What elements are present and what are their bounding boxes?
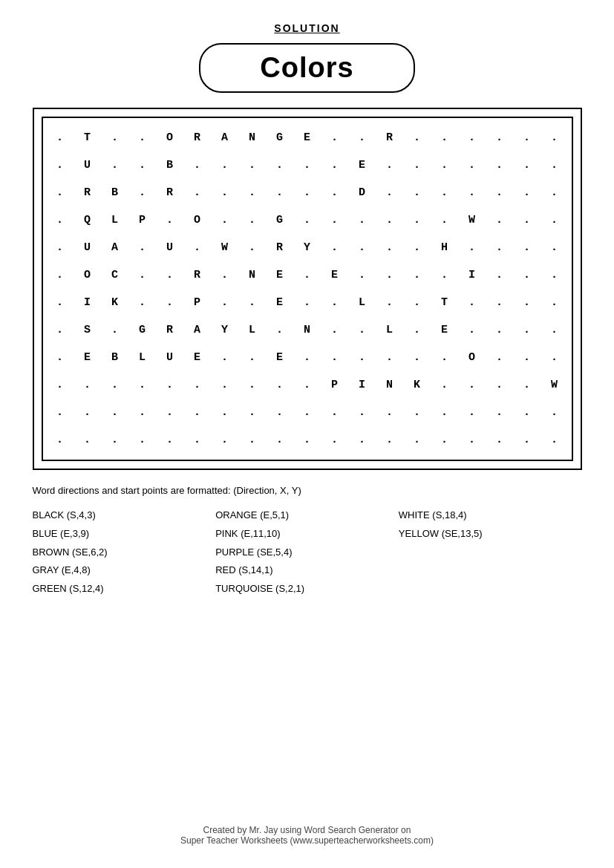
- grid-cell: .: [403, 426, 431, 454]
- grid-cell: .: [513, 124, 540, 151]
- grid-cell: Y: [293, 234, 321, 261]
- grid-cell: .: [321, 124, 348, 151]
- list-item: YELLOW (SE,13,5): [399, 526, 582, 542]
- grid-cell: .: [46, 371, 74, 399]
- list-item: ORANGE (E,5,1): [215, 508, 399, 523]
- grid-cell: .: [458, 399, 486, 426]
- word-column-3: WHITE (S,18,4)YELLOW (SE,13,5): [399, 508, 582, 597]
- grid-cell: .: [128, 289, 156, 316]
- grid-cell: .: [486, 344, 513, 371]
- grid-cell: .: [293, 179, 321, 206]
- grid-cell: .: [238, 289, 266, 316]
- grid-cell: L: [348, 289, 376, 316]
- footer-line2: Super Teacher Worksheets (www.superteach…: [180, 835, 434, 846]
- solution-header: SOLUTION: [274, 22, 339, 34]
- grid-cell: .: [156, 371, 183, 399]
- grid-cell: .: [376, 399, 403, 426]
- grid-cell: .: [46, 399, 74, 426]
- grid-cell: G: [128, 316, 156, 344]
- grid-cell: .: [540, 179, 568, 206]
- grid-cell: .: [486, 151, 513, 179]
- grid-cell: N: [376, 371, 403, 399]
- grid-cell: .: [321, 426, 348, 454]
- grid-cell: .: [403, 179, 431, 206]
- grid-cell: .: [128, 124, 156, 151]
- grid-cell: K: [403, 371, 431, 399]
- grid-cell: .: [431, 206, 458, 234]
- grid-cell: .: [376, 426, 403, 454]
- grid-cell: E: [183, 344, 211, 371]
- grid-cell: .: [403, 206, 431, 234]
- grid-cell: .: [403, 399, 431, 426]
- grid-cell: .: [431, 426, 458, 454]
- grid-cell: .: [321, 316, 348, 344]
- grid-cell: .: [293, 261, 321, 289]
- grid-cell: .: [348, 206, 376, 234]
- grid-cell: .: [211, 261, 238, 289]
- grid-row: ...................: [46, 399, 569, 426]
- grid-cell: U: [74, 151, 101, 179]
- grid-cell: .: [376, 206, 403, 234]
- grid-cell: .: [376, 151, 403, 179]
- grid-row: ..........PINK....W: [46, 371, 569, 399]
- grid-cell: .: [128, 179, 156, 206]
- grid-cell: .: [211, 179, 238, 206]
- grid-cell: .: [486, 234, 513, 261]
- word-search-grid: .T..ORANGE..R.......U..B......E........R…: [42, 117, 573, 461]
- grid-cell: .: [513, 371, 540, 399]
- grid-cell: .: [46, 289, 74, 316]
- grid-cell: .: [46, 234, 74, 261]
- grid-cell: R: [266, 234, 293, 261]
- grid-cell: .: [348, 426, 376, 454]
- grid-cell: .: [376, 261, 403, 289]
- footer: Created by Mr. Jay using Word Search Gen…: [180, 795, 434, 846]
- grid-cell: E: [266, 344, 293, 371]
- grid-cell: L: [376, 316, 403, 344]
- grid-cell: .: [513, 344, 540, 371]
- grid-cell: .: [211, 289, 238, 316]
- grid-cell: .: [46, 206, 74, 234]
- grid-cell: .: [458, 371, 486, 399]
- grid-cell: .: [513, 179, 540, 206]
- grid-cell: .: [486, 289, 513, 316]
- grid-cell: N: [293, 316, 321, 344]
- grid-cell: .: [513, 316, 540, 344]
- grid-cell: .: [458, 426, 486, 454]
- grid-cell: E: [321, 261, 348, 289]
- grid-cell: I: [74, 289, 101, 316]
- grid-cell: .: [74, 371, 101, 399]
- grid-cell: P: [128, 206, 156, 234]
- grid-cell: I: [458, 261, 486, 289]
- grid-cell: .: [266, 179, 293, 206]
- grid-cell: R: [183, 124, 211, 151]
- grid-cell: E: [431, 316, 458, 344]
- grid-cell: .: [156, 399, 183, 426]
- grid-cell: S: [74, 316, 101, 344]
- grid-cell: .: [431, 179, 458, 206]
- grid-cell: .: [513, 261, 540, 289]
- grid-cell: .: [128, 151, 156, 179]
- grid-cell: .: [431, 399, 458, 426]
- grid-cell: G: [266, 206, 293, 234]
- grid-cell: .: [513, 151, 540, 179]
- grid-cell: .: [486, 206, 513, 234]
- grid-row: .UA.U.W.RY....H....: [46, 234, 569, 261]
- grid-cell: .: [211, 371, 238, 399]
- grid-cell: .: [211, 399, 238, 426]
- word-list: BLACK (S,4,3)BLUE (E,3,9)BROWN (SE,6,2)G…: [33, 508, 582, 597]
- grid-cell: .: [266, 316, 293, 344]
- grid-cell: U: [74, 234, 101, 261]
- grid-cell: O: [74, 261, 101, 289]
- grid-cell: .: [211, 344, 238, 371]
- grid-cell: .: [486, 316, 513, 344]
- grid-cell: .: [128, 426, 156, 454]
- grid-cell: .: [211, 426, 238, 454]
- grid-row: .EBLUE..E......O...: [46, 344, 569, 371]
- grid-cell: B: [156, 151, 183, 179]
- grid-cell: E: [348, 151, 376, 179]
- grid-cell: .: [238, 426, 266, 454]
- grid-cell: .: [101, 124, 128, 151]
- grid-cell: .: [431, 344, 458, 371]
- grid-cell: .: [156, 426, 183, 454]
- grid-row: ...................: [46, 426, 569, 454]
